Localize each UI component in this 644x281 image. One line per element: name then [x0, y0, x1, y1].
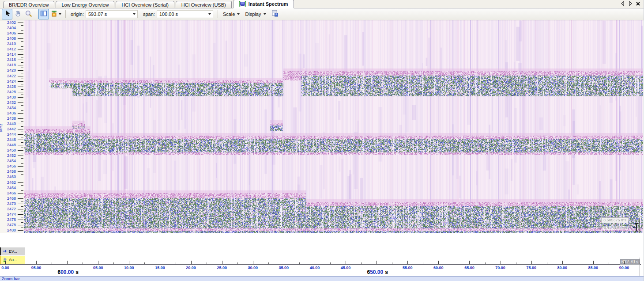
frequency-tick: [21, 84, 23, 84]
zoom-bar-timeline[interactable]: 692.70 s 0.0095.00600.00s05.0010.0015.00…: [0, 258, 644, 276]
frequency-tick-label: 2428: [4, 90, 16, 94]
frequency-tick: [18, 198, 23, 199]
tab-bredr-overview[interactable]: BR/EDR Overview: [3, 1, 54, 8]
span-label: span:: [143, 11, 155, 17]
spectrum-selection-icon: [239, 1, 246, 8]
marker-dropdown-button[interactable]: [49, 9, 63, 19]
zoom-bar-row-ev[interactable]: EV...: [0, 247, 25, 255]
tab-scroll-left-button[interactable]: [621, 1, 625, 6]
frequency-tick-label: 2460: [4, 175, 16, 179]
frequency-tick: [21, 190, 23, 191]
display-menu-button[interactable]: Display: [242, 10, 268, 18]
frequency-tick: [21, 46, 23, 47]
timeline-tick-label: 30.00: [243, 266, 263, 270]
tab-low-energy-overview[interactable]: Low Energy Overview: [56, 1, 114, 8]
chevron-down-icon: [264, 13, 266, 15]
spectrum-toolbar: origin: 593.07 s span: 100.00 s Scale Di…: [0, 8, 644, 20]
tab-hci-overview-serial[interactable]: HCI Overview (Serial): [116, 1, 174, 8]
duration-label: 3.123375 ms: [603, 226, 628, 230]
frequency-tick-label: 2402: [4, 20, 16, 25]
timeline-tick: [67, 261, 68, 264]
frequency-tick-label: 2456: [4, 164, 16, 168]
frequency-tick: [18, 193, 23, 194]
split-panes-button[interactable]: [38, 9, 49, 19]
frequency-tick: [21, 196, 23, 196]
timeline-tick-label: 20.00: [181, 266, 201, 270]
frequency-tick: [18, 156, 23, 156]
timeline-tick-label: 05.00: [88, 266, 108, 270]
frequency-tick-label: 2442: [4, 127, 16, 131]
timeline-tick: [129, 261, 129, 264]
frequency-tick: [18, 65, 23, 65]
timeline-minor-tick: [361, 262, 362, 264]
frequency-tick: [18, 92, 23, 92]
toolbar-separator: [218, 10, 218, 18]
origin-combobox[interactable]: 593.07 s: [86, 10, 138, 18]
timeline-tick-label: 70.00: [491, 266, 510, 270]
hand-icon: [15, 10, 21, 19]
timeline-tick-label: 60.00: [429, 266, 448, 270]
timeline-tick-label: 25.00: [212, 266, 232, 270]
timeline-tick-label: 15.00: [150, 266, 169, 270]
frequency-tick: [21, 73, 23, 73]
frequency-tick: [21, 62, 23, 63]
timeline-tick-label: 0.00: [0, 266, 15, 270]
frequency-tick: [21, 57, 23, 57]
close-icon[interactable]: [636, 1, 640, 6]
split-panes-icon: [40, 10, 47, 19]
frequency-tick-label: 2446: [4, 137, 16, 142]
zoom-tool-button[interactable]: [23, 9, 34, 19]
frequency-tick: [18, 134, 23, 135]
select-tool-button[interactable]: [2, 9, 12, 19]
frequency-tick: [18, 166, 23, 167]
frequency-tick: [18, 38, 23, 39]
frequency-tick: [18, 76, 23, 76]
frequency-tick-label: 2472: [4, 207, 16, 211]
timeline-minor-tick: [52, 262, 52, 264]
frequency-tick: [21, 206, 23, 207]
chevron-down-icon: [133, 13, 136, 15]
frequency-tick: [18, 49, 23, 49]
frequency-tick-label: 2420: [4, 68, 16, 72]
tab-label: Instant Spectrum: [249, 1, 288, 7]
instant-spectrum-window: BR/EDR Overview Low Energy Overview HCI …: [0, 0, 644, 281]
spectrogram-canvas[interactable]: [24, 20, 643, 233]
scale-menu-button[interactable]: Scale: [220, 10, 243, 18]
frequency-tick: [21, 68, 23, 68]
timeline-tick: [160, 261, 160, 264]
frequency-tick-label: 2438: [4, 116, 16, 121]
origin-label: origin:: [71, 11, 84, 17]
frequency-tick-label: 2406: [4, 31, 16, 35]
timeline-tick: [5, 261, 6, 264]
frequency-tick: [18, 28, 23, 28]
timeline-minor-tick: [547, 262, 547, 264]
chevron-down-icon: [208, 13, 211, 15]
marker-icon: [51, 10, 58, 19]
display-menu-label: Display: [245, 11, 261, 17]
timeline-minor-tick: [609, 262, 609, 264]
timeline-tick: [191, 261, 192, 264]
frequency-tick-label: 2408: [4, 36, 16, 41]
timeline-minor-tick: [268, 262, 269, 264]
scale-menu-label: Scale: [223, 11, 235, 17]
origin-value: 593.07 s: [88, 11, 107, 17]
save-image-button[interactable]: [270, 9, 280, 19]
frequency-tick-label: 2416: [4, 57, 16, 62]
frequency-tick-label: 2418: [4, 63, 16, 67]
frequency-tick-label: 2454: [4, 159, 16, 163]
frequency-tick-label: 2436: [4, 111, 16, 115]
timeline-tick-label: 650.00s: [363, 269, 392, 275]
frequency-tick: [18, 87, 23, 87]
tab-instant-spectrum[interactable]: Instant Spectrum: [233, 0, 294, 8]
frequency-tick: [18, 204, 23, 204]
tab-hci-overview-usb[interactable]: HCI Overview (USB): [176, 1, 232, 8]
timeline-tick: [531, 261, 532, 264]
span-combobox[interactable]: 100.00 s: [157, 10, 213, 18]
frequency-tick: [18, 129, 23, 129]
tab-scroll-right-button[interactable]: [628, 1, 633, 6]
timeline-tick: [346, 261, 346, 264]
frequency-tick: [18, 209, 23, 209]
frequency-tick: [18, 124, 23, 124]
pan-tool-button[interactable]: [12, 9, 23, 19]
frequency-tick: [21, 217, 23, 217]
